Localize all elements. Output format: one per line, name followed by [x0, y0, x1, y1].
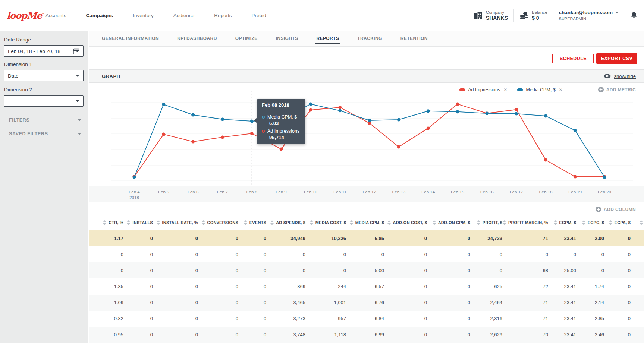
- data-point-media-cpm: [456, 110, 459, 113]
- data-point-ad-impressions: [280, 147, 283, 151]
- user-role: SUPERADMIN: [559, 16, 618, 21]
- sort-icon[interactable]: [350, 220, 353, 225]
- cell-install-rate: 0: [153, 332, 198, 337]
- notification-bell-icon[interactable]: [630, 11, 638, 20]
- column-header-profit-margin[interactable]: PROFIT MARGIN, %: [502, 220, 548, 225]
- column-header-events[interactable]: EVENTS: [238, 220, 266, 225]
- cell-ecpm: 23.41: [548, 316, 576, 321]
- cell-ecpa: 0: [604, 300, 631, 305]
- cell-installs: 0: [123, 236, 153, 241]
- sort-icon[interactable]: [202, 220, 205, 225]
- column-label: INSTALLS: [132, 220, 153, 225]
- tab-insights[interactable]: INSIGHTS: [276, 31, 298, 47]
- content: GENERAL INFORMATIONKPI DASHBOARDOPTIMIZE…: [89, 31, 644, 343]
- divider: [513, 9, 514, 22]
- sort-icon[interactable]: [310, 220, 313, 225]
- column-header-ecpm[interactable]: ECPM, $: [548, 220, 576, 225]
- sort-icon[interactable]: [503, 220, 506, 225]
- cell-add-on-cpm: 0: [427, 252, 470, 257]
- data-point-media-cpm: [250, 119, 254, 123]
- data-point-media-cpm: [338, 109, 342, 112]
- cell-ecpc: 0: [576, 252, 604, 257]
- building-icon: [474, 11, 483, 19]
- cell-add-on-cost: 0: [384, 316, 427, 321]
- balance-block: Balance $ 0: [519, 10, 547, 21]
- cell-profit: 2,629: [470, 332, 502, 337]
- show-hide-toggle[interactable]: show/hide: [604, 73, 636, 79]
- column-header-profit[interactable]: PROFIT, $: [470, 220, 502, 225]
- x-tick-label: Feb 9: [276, 190, 286, 194]
- tab-general-information[interactable]: GENERAL INFORMATION: [102, 31, 159, 47]
- sort-icon[interactable]: [387, 220, 391, 225]
- data-point-ad-impressions: [309, 108, 312, 112]
- calendar-icon[interactable]: [73, 48, 79, 54]
- add-column-button[interactable]: ADD COLUMN: [596, 207, 636, 212]
- table-body: 1.17000034,94910,2266.850024,7237123.412…: [89, 230, 644, 343]
- schedule-button[interactable]: SCHEDULE: [552, 54, 594, 63]
- column-header-conversions[interactable]: CONVERSIONS: [198, 220, 238, 225]
- ad-impressions-marker-icon: [262, 130, 265, 133]
- column-header-installs[interactable]: INSTALLS: [123, 220, 153, 225]
- sort-icon[interactable]: [609, 220, 612, 225]
- saved-filters-toggle[interactable]: SAVED FILTERS: [4, 129, 83, 139]
- nav-item-campaigns[interactable]: Campaigns: [86, 13, 113, 18]
- sort-icon[interactable]: [582, 220, 585, 225]
- column-header-ecpa[interactable]: ECPA, $: [604, 220, 631, 225]
- sort-icon[interactable]: [433, 220, 436, 225]
- tab-reports[interactable]: REPORTS: [316, 31, 339, 47]
- tab-retention[interactable]: RETENTION: [400, 31, 428, 47]
- add-column-label: ADD COLUMN: [604, 207, 636, 212]
- column-header-add-on-cpm[interactable]: ADD-ON CPM, $: [427, 220, 470, 225]
- sort-icon[interactable]: [270, 220, 274, 225]
- nav-right: Company SHANKS Balance $ 0: [474, 9, 638, 22]
- sort-icon[interactable]: [640, 220, 643, 225]
- column-header-add-on-cost[interactable]: ADD-ON COST, $: [384, 220, 427, 225]
- nav-item-reports[interactable]: Reports: [214, 13, 232, 18]
- remove-metric-icon[interactable]: ✕: [559, 87, 563, 92]
- export-csv-button[interactable]: EXPORT CSV: [596, 53, 637, 64]
- column-header-media-cost[interactable]: MEDIA COST, $: [305, 220, 346, 225]
- column-header-clipped[interactable]: [631, 220, 644, 225]
- data-point-media-cpm: [427, 109, 430, 113]
- x-tick-label: Feb 8: [246, 190, 257, 194]
- nav-item-accounts[interactable]: Accounts: [45, 13, 66, 18]
- sort-icon[interactable]: [477, 220, 480, 225]
- user-menu[interactable]: shankar@loopme.com SUPERADMIN: [559, 10, 618, 21]
- column-header-ecpc[interactable]: ECPC, $: [576, 220, 604, 225]
- dimension1-select[interactable]: Date: [4, 70, 84, 81]
- cell-installs: 0: [123, 316, 153, 321]
- sort-icon[interactable]: [554, 220, 557, 225]
- sort-icon[interactable]: [127, 220, 130, 225]
- actions-band: SCHEDULE EXPORT CSV: [89, 47, 644, 69]
- column-header-ctr[interactable]: CTR, %: [92, 220, 123, 225]
- nav-item-audience[interactable]: Audience: [173, 13, 194, 18]
- cell-add-on-cost: 0: [384, 332, 427, 337]
- loopme-logo[interactable]: loopMe™: [7, 10, 36, 21]
- divider: [4, 127, 83, 127]
- sort-icon[interactable]: [157, 220, 160, 225]
- filters-toggle[interactable]: FILTERS: [4, 115, 83, 125]
- column-header-media-cpm[interactable]: MEDIA CPM, $: [346, 220, 384, 225]
- tab-tracking[interactable]: TRACKING: [357, 31, 382, 47]
- x-tick-label: Feb 6: [188, 190, 198, 194]
- add-metric-button[interactable]: ADD METRIC: [598, 87, 636, 92]
- cell-ecpm: 23.41: [548, 300, 576, 305]
- column-header-ad-spends[interactable]: AD SPENDS, $: [266, 220, 305, 225]
- tab-optimize[interactable]: OPTIMIZE: [235, 31, 258, 47]
- nav-item-prebid[interactable]: Prebid: [251, 13, 266, 18]
- sort-icon[interactable]: [103, 220, 106, 225]
- table-row: 1.3500008692446.57006257223.411.740: [89, 278, 644, 295]
- tab-kpi-dashboard[interactable]: KPI DASHBOARD: [177, 31, 217, 47]
- show-hide-link[interactable]: show/hide: [614, 73, 636, 79]
- remove-metric-icon[interactable]: ✕: [503, 87, 507, 92]
- chevron-down-icon[interactable]: [615, 12, 618, 13]
- nav-item-inventory[interactable]: Inventory: [133, 13, 154, 18]
- date-range-input[interactable]: [4, 45, 84, 57]
- column-label: EVENTS: [249, 220, 266, 225]
- cell-add-on-cpm: 0: [427, 284, 470, 289]
- sort-icon[interactable]: [244, 220, 247, 225]
- column-header-install-rate[interactable]: INSTALL RATE, %: [153, 220, 198, 225]
- date-range-value[interactable]: [8, 48, 71, 54]
- dimension2-select[interactable]: [4, 95, 84, 107]
- cell-conversions: 0: [198, 332, 238, 337]
